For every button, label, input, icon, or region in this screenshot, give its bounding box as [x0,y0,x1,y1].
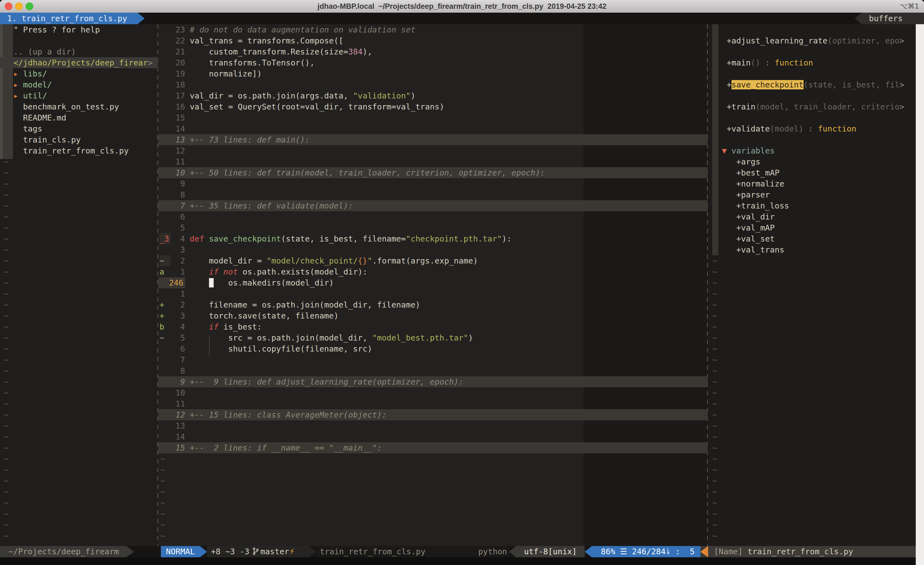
editor-line[interactable]: 22val_trans = transforms.Compose([ [158,35,708,46]
editor-line[interactable]: 2+ filename = os.path.join(model_dir, fi… [158,299,708,310]
editor-line[interactable]: 17val_dir = os.path.join(args.data, "val… [158,90,708,101]
editor-line[interactable]: 3 [158,244,708,255]
tag-function[interactable]: +adjust_learning_rate(optimizer, epo> [708,35,924,46]
tree-help[interactable]: " Press ? for help [0,24,158,35]
tree-dir[interactable]: ▸ model/ [0,79,158,90]
tilde-line: ~ [708,299,924,310]
powerline-arrow-icon [309,546,316,557]
tree-root[interactable]: </jdhao/Projects/deep_firear> [0,57,158,68]
tag-variable[interactable]: +val_trans [708,244,924,255]
editor-line[interactable]: 5~ src = os.path.join(model_dir, "model_… [158,332,708,343]
tilde-line: ~ [0,365,158,376]
tree-updir[interactable]: .. (up a dir) [0,46,158,57]
editor-line[interactable]: 19 normalize]) [158,68,708,79]
tree-file[interactable]: README.md [0,112,158,123]
editor-line[interactable]: 20 transforms.ToTensor(), [158,57,708,68]
editor-line[interactable]: 7+-- 35 lines: def validate(model): [158,200,708,211]
editor-line[interactable]: 14 [158,431,708,442]
editor-line[interactable]: 10+-- 50 lines: def train(model, train_l… [158,167,708,178]
editor-line[interactable]: 18 [158,79,708,90]
tag-kind[interactable]: ▼ variables [708,145,924,156]
editor-line[interactable]: 8 [158,365,708,376]
editor-line[interactable]: 1a if not os.path.exists(model_dir): [158,266,708,277]
tree-dir[interactable]: ▸ libs/ [0,68,158,79]
tilde-line: ~ [0,420,158,431]
editor-line[interactable]: 12+-- 15 lines: class AverageMeter(objec… [158,409,708,420]
tilde-line: ~ [0,244,158,255]
tilde-line: ~ [0,277,158,288]
tag-function[interactable]: +main() : function [708,57,924,68]
tilde-line: ~ [708,464,924,475]
terminal-window: jdhao-MBP.local ~/Projects/deep_firearm/… [0,0,924,565]
editor-line[interactable]: 14 [158,123,708,134]
editor-line[interactable]: 23# do not do data augmentation on valid… [158,24,708,35]
editor-line[interactable]: 5 [158,222,708,233]
cursor-position: 86% ☰ 246/284LN : 5 [592,546,700,557]
tag-variable[interactable]: +val_mAP [708,222,924,233]
editor-line[interactable]: 8 [158,189,708,200]
tilde-line: ~ [708,332,924,343]
editor-line[interactable]: 11 [158,156,708,167]
editor-line[interactable]: 10 [158,387,708,398]
tree-dir[interactable]: ▸ util/ [0,90,158,101]
tag-item[interactable] [708,112,924,123]
tilde-line: ~ [158,475,708,486]
editor-line[interactable]: 1 [158,288,708,299]
editor-line[interactable]: 7 [158,354,708,365]
tree-file[interactable]: train_cls.py [0,134,158,145]
tag-variable[interactable]: +parser [708,189,924,200]
editor-line[interactable]: 3+ torch.save(state, filename) [158,310,708,321]
editor-line[interactable]: 6 [158,211,708,222]
editor-line[interactable]: 4b if is_best: [158,321,708,332]
tag-function-selected[interactable]: +save_checkpoint(state, is_best, fil> [708,79,924,90]
tag-variable[interactable]: +best_mAP [708,167,924,178]
tilde-line: ~ [708,409,924,420]
scrollbar[interactable] [916,24,924,565]
tag-variable[interactable]: +val_set [708,233,924,244]
editor-line[interactable]: 13+-- 73 lines: def main(): [158,134,708,145]
tag-variable[interactable]: +normalize [708,178,924,189]
tree-item[interactable] [0,35,158,46]
editor-line[interactable]: 15+-- 2 lines: if __name__ == "__main__"… [158,442,708,453]
editor-line[interactable]: 21 custom_transform.Resize(size=384), [158,46,708,57]
tree-file[interactable]: tags [0,123,158,134]
git-branch-icon [252,547,260,558]
editor-line[interactable]: 13 [158,420,708,431]
tag-variable[interactable]: +args [708,156,924,167]
tree-file[interactable]: benchmark_on_test.py [0,101,158,112]
tag-variable[interactable]: +train_loss [708,200,924,211]
tag-item[interactable] [708,46,924,57]
editor-line[interactable]: 2~ model_dir = "model/check_point/{}".fo… [158,255,708,266]
tag-variable[interactable]: +val_dir [708,211,924,222]
tilde-line: ~ [0,409,158,420]
tilde-line: ~ [158,508,708,519]
tilde-line: ~ [0,189,158,200]
editor-line[interactable]: 11 [158,398,708,409]
tilde-line: ~ [708,354,924,365]
editor-line[interactable]: 16val_set = QuerySet(root=val_dir, trans… [158,101,708,112]
tab-active[interactable]: 1. train_retr_from_cls.py [0,13,138,24]
tag-item[interactable] [708,90,924,101]
editor-line[interactable]: 9 [158,178,708,189]
editor-line[interactable]: 246 os.makedirs(model_dir) [158,277,708,288]
tilde-line: ~ [708,310,924,321]
tree-file[interactable]: train_retr_from_cls.py [0,145,158,156]
tilde-line: ~ [708,420,924,431]
editor-line[interactable]: 12 [158,145,708,156]
tilde-line: ~ [708,508,924,519]
tilde-line: ~ [0,431,158,442]
tag-item[interactable] [708,24,924,35]
command-line[interactable] [0,557,924,565]
editor-line[interactable]: 6 shutil.copyfile(filename, src) [158,343,708,354]
tilde-line: ~ [0,530,158,541]
tag-item[interactable] [708,68,924,79]
editor-line[interactable]: 9+-- 9 lines: def adjust_learning_rate(o… [158,376,708,387]
tag-function[interactable]: +train(model, train_loader, criterio> [708,101,924,112]
tilde-line: ~ [708,277,924,288]
editor-line[interactable]: 4_3def save_checkpoint(state, is_best, f… [158,233,708,244]
tilde-line: ~ [0,343,158,354]
editor-line[interactable]: 15 [158,112,708,123]
tilde-line: ~ [0,387,158,398]
tag-function[interactable]: +validate(model) : function [708,123,924,134]
tag-item[interactable] [708,134,924,145]
